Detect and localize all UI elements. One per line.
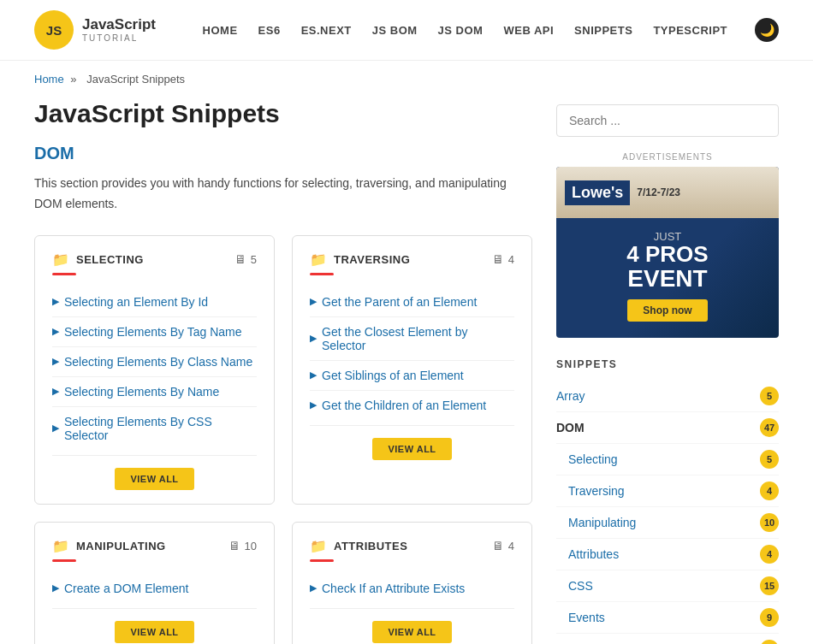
link-selecting-2[interactable]: ▶Selecting Elements By Tag Name <box>52 317 257 347</box>
folder-icon-a: 📁 <box>310 538 327 554</box>
snippet-label-dom: DOM <box>556 421 585 434</box>
link-traversing-2[interactable]: ▶Get the Closest Element by Selector <box>310 317 514 361</box>
logo-text: JavaScript TUTORIAL <box>82 17 156 43</box>
snippet-badge-array: 5 <box>760 387 779 405</box>
link-traversing-3[interactable]: ▶Get Siblings of an Element <box>310 361 514 391</box>
card-selecting: 📁 SELECTING 🖥 5 ▶Selecting an Element By… <box>34 235 275 505</box>
card-count-attributes: 4 <box>508 540 514 552</box>
snippet-selecting: Selecting 5 <box>556 444 779 476</box>
link-attributes-1[interactable]: ▶Check If an Attribute Exists <box>310 574 514 603</box>
search-input[interactable] <box>556 104 779 137</box>
nav-typescript[interactable]: TYPESCRIPT <box>653 24 727 37</box>
nav-home[interactable]: HOME <box>203 24 238 37</box>
card-count-row-attributes: 🖥 4 <box>492 539 514 552</box>
card-count-manipulating: 10 <box>245 540 257 552</box>
link-selecting-1[interactable]: ▶Selecting an Element By Id <box>52 287 257 317</box>
ad-4pros: 4 PROS <box>626 243 708 265</box>
card-manipulating: 📁 MANIPULATING 🖥 10 ▶Create a DOM Elemen… <box>34 522 275 644</box>
link-traversing-4[interactable]: ▶Get the Children of an Element <box>310 391 514 420</box>
nav-jsbom[interactable]: JS BOM <box>372 24 418 37</box>
section-heading: DOM <box>34 144 532 163</box>
snippet-link-traversing[interactable]: Traversing <box>568 484 625 498</box>
card-title-row-m: 📁 MANIPULATING <box>52 538 166 554</box>
link-selecting-4[interactable]: ▶Selecting Elements By Name <box>52 377 257 407</box>
arrow-icon: ▶ <box>52 582 59 594</box>
logo-circle: JS <box>34 10 74 50</box>
view-all-selecting[interactable]: VIEW ALL <box>115 468 193 490</box>
link-manipulating-1[interactable]: ▶Create a DOM Element <box>52 574 257 603</box>
card-traversing: 📁 TRAVERSING 🖥 4 ▶Get the Parent of an E… <box>292 235 532 505</box>
snippet-badge-traversing: 4 <box>760 482 779 500</box>
breadcrumb-current: JavaScript Snippets <box>86 73 185 86</box>
snippet-badge-events: 9 <box>760 608 779 627</box>
folder-icon-m: 📁 <box>52 538 69 554</box>
nav-webapi[interactable]: WEB API <box>503 24 554 37</box>
site-logo[interactable]: JS JavaScript TUTORIAL <box>34 10 156 50</box>
card-divider-a <box>310 559 334 562</box>
snippet-badge-dom: 47 <box>760 418 779 437</box>
card-header-traversing: 📁 TRAVERSING 🖥 4 <box>310 251 514 268</box>
cards-grid: 📁 SELECTING 🖥 5 ▶Selecting an Element By… <box>34 235 532 644</box>
card-attributes: 📁 ATTRIBUTES 🖥 4 ▶Check If an Attribute … <box>292 522 532 644</box>
ad-box-top: Lowe's 7/12-7/23 <box>556 167 779 218</box>
card-links-selecting: ▶Selecting an Element By Id ▶Selecting E… <box>52 287 257 450</box>
card-links-manipulating: ▶Create a DOM Element <box>52 574 257 603</box>
link-selecting-3[interactable]: ▶Selecting Elements By Class Name <box>52 347 257 377</box>
arrow-icon: ▶ <box>52 422 59 434</box>
card-count-row-selecting: 🖥 5 <box>234 252 257 266</box>
nav-snippets[interactable]: SNIPPETS <box>574 24 632 37</box>
sidebar: ADVERTISEMENTS Lowe's 7/12-7/23 JUST 4 P… <box>556 92 779 644</box>
card-divider-t <box>310 273 334 275</box>
logo-sub: TUTORIAL <box>82 33 156 43</box>
ad-event: EVENT <box>626 265 708 292</box>
card-title-manipulating: MANIPULATING <box>76 540 166 552</box>
arrow-icon: ▶ <box>310 369 317 381</box>
dark-mode-toggle[interactable]: 🌙 <box>755 18 779 42</box>
card-links-traversing: ▶Get the Parent of an Element ▶Get the C… <box>310 287 514 420</box>
card-title-row-t: 📁 TRAVERSING <box>310 251 410 268</box>
nav-es6[interactable]: ES6 <box>258 24 281 37</box>
link-selecting-5[interactable]: ▶Selecting Elements By CSS Selector <box>52 407 257 450</box>
card-footer-manipulating: VIEW ALL <box>52 608 257 643</box>
snippet-link-css[interactable]: CSS <box>568 579 593 593</box>
snippet-link-array[interactable]: Array <box>556 389 585 403</box>
snippet-badge-selecting: 5 <box>760 450 779 469</box>
card-title-row-a: 📁 ATTRIBUTES <box>310 538 407 554</box>
nav-jsdom[interactable]: JS DOM <box>438 24 484 37</box>
ad-box: Lowe's 7/12-7/23 JUST 4 PROS EVENT Shop … <box>556 167 779 338</box>
card-links-attributes: ▶Check If an Attribute Exists <box>310 574 514 603</box>
breadcrumb-home[interactable]: Home <box>34 73 64 86</box>
snippet-link-selecting[interactable]: Selecting <box>568 452 618 466</box>
card-title-traversing: TRAVERSING <box>334 253 410 266</box>
count-icon-m: 🖥 <box>228 539 240 552</box>
arrow-icon: ▶ <box>310 582 317 594</box>
snippet-badge-manipulating: 10 <box>760 513 779 532</box>
nav-esnext[interactable]: ES.NEXT <box>301 24 352 37</box>
intro-text: This section provides you with handy fun… <box>34 174 532 215</box>
snippet-link-manipulating[interactable]: Manipulating <box>568 516 636 529</box>
card-footer-traversing: VIEW ALL <box>310 425 514 460</box>
snippet-link-events[interactable]: Events <box>568 611 605 624</box>
page-title: JavaScript Snippets <box>34 99 532 128</box>
snippet-array: Array 5 <box>556 381 779 412</box>
card-title-attributes: ATTRIBUTES <box>334 540 407 552</box>
logo-initials: JS <box>46 23 62 38</box>
snippet-dom: DOM 47 <box>556 412 779 444</box>
arrow-icon: ▶ <box>310 296 317 307</box>
ad-shop-now[interactable]: Shop now <box>627 299 707 322</box>
link-traversing-1[interactable]: ▶Get the Parent of an Element <box>310 287 514 317</box>
search-box <box>556 104 779 137</box>
card-footer-selecting: VIEW ALL <box>52 455 257 490</box>
ad-date: 7/12-7/23 <box>637 186 680 198</box>
snippet-link-attributes[interactable]: Attributes <box>568 547 619 561</box>
arrow-icon: ▶ <box>52 296 59 307</box>
snippet-events: Events 9 <box>556 602 779 634</box>
snippet-badge-object: 6 <box>760 640 779 644</box>
view-all-traversing[interactable]: VIEW ALL <box>372 438 451 460</box>
snippet-badge-css: 15 <box>760 576 779 595</box>
view-all-manipulating[interactable]: VIEW ALL <box>115 621 193 643</box>
breadcrumb-separator: » <box>70 73 76 86</box>
view-all-attributes[interactable]: VIEW ALL <box>372 621 451 643</box>
snippets-heading: SNIPPETS <box>556 358 779 370</box>
ad-brand: Lowe's <box>565 180 630 205</box>
